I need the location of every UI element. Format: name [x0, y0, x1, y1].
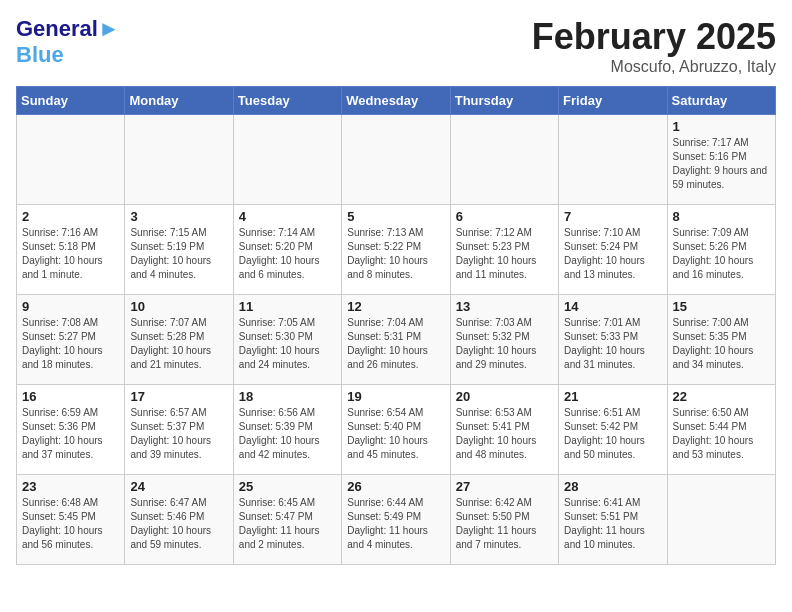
- day-number: 24: [130, 479, 227, 494]
- weekday-header-wednesday: Wednesday: [342, 87, 450, 115]
- calendar-cell: 11Sunrise: 7:05 AM Sunset: 5:30 PM Dayli…: [233, 295, 341, 385]
- day-info: Sunrise: 6:56 AM Sunset: 5:39 PM Dayligh…: [239, 406, 336, 462]
- calendar-cell: [17, 115, 125, 205]
- calendar-cell: 20Sunrise: 6:53 AM Sunset: 5:41 PM Dayli…: [450, 385, 558, 475]
- calendar-cell: 18Sunrise: 6:56 AM Sunset: 5:39 PM Dayli…: [233, 385, 341, 475]
- day-number: 6: [456, 209, 553, 224]
- calendar-cell: 4Sunrise: 7:14 AM Sunset: 5:20 PM Daylig…: [233, 205, 341, 295]
- day-number: 13: [456, 299, 553, 314]
- calendar-cell: 5Sunrise: 7:13 AM Sunset: 5:22 PM Daylig…: [342, 205, 450, 295]
- logo: General► Blue: [16, 16, 120, 68]
- day-number: 16: [22, 389, 119, 404]
- calendar-week-4: 16Sunrise: 6:59 AM Sunset: 5:36 PM Dayli…: [17, 385, 776, 475]
- day-info: Sunrise: 6:54 AM Sunset: 5:40 PM Dayligh…: [347, 406, 444, 462]
- calendar-cell: 21Sunrise: 6:51 AM Sunset: 5:42 PM Dayli…: [559, 385, 667, 475]
- calendar-cell: 24Sunrise: 6:47 AM Sunset: 5:46 PM Dayli…: [125, 475, 233, 565]
- day-info: Sunrise: 6:59 AM Sunset: 5:36 PM Dayligh…: [22, 406, 119, 462]
- calendar-cell: 7Sunrise: 7:10 AM Sunset: 5:24 PM Daylig…: [559, 205, 667, 295]
- day-number: 9: [22, 299, 119, 314]
- day-info: Sunrise: 7:13 AM Sunset: 5:22 PM Dayligh…: [347, 226, 444, 282]
- day-info: Sunrise: 7:14 AM Sunset: 5:20 PM Dayligh…: [239, 226, 336, 282]
- weekday-header-row: SundayMondayTuesdayWednesdayThursdayFrid…: [17, 87, 776, 115]
- day-number: 21: [564, 389, 661, 404]
- calendar-cell: 17Sunrise: 6:57 AM Sunset: 5:37 PM Dayli…: [125, 385, 233, 475]
- calendar-cell: 14Sunrise: 7:01 AM Sunset: 5:33 PM Dayli…: [559, 295, 667, 385]
- day-number: 5: [347, 209, 444, 224]
- calendar-cell: 27Sunrise: 6:42 AM Sunset: 5:50 PM Dayli…: [450, 475, 558, 565]
- weekday-header-saturday: Saturday: [667, 87, 775, 115]
- day-info: Sunrise: 7:04 AM Sunset: 5:31 PM Dayligh…: [347, 316, 444, 372]
- calendar-cell: 22Sunrise: 6:50 AM Sunset: 5:44 PM Dayli…: [667, 385, 775, 475]
- calendar-cell: [559, 115, 667, 205]
- calendar-week-1: 1Sunrise: 7:17 AM Sunset: 5:16 PM Daylig…: [17, 115, 776, 205]
- calendar-week-2: 2Sunrise: 7:16 AM Sunset: 5:18 PM Daylig…: [17, 205, 776, 295]
- calendar-cell: [667, 475, 775, 565]
- calendar-cell: 10Sunrise: 7:07 AM Sunset: 5:28 PM Dayli…: [125, 295, 233, 385]
- month-year-title: February 2025: [532, 16, 776, 58]
- calendar-cell: [125, 115, 233, 205]
- calendar-cell: 25Sunrise: 6:45 AM Sunset: 5:47 PM Dayli…: [233, 475, 341, 565]
- day-info: Sunrise: 7:10 AM Sunset: 5:24 PM Dayligh…: [564, 226, 661, 282]
- day-info: Sunrise: 6:50 AM Sunset: 5:44 PM Dayligh…: [673, 406, 770, 462]
- day-info: Sunrise: 7:00 AM Sunset: 5:35 PM Dayligh…: [673, 316, 770, 372]
- day-info: Sunrise: 7:17 AM Sunset: 5:16 PM Dayligh…: [673, 136, 770, 192]
- day-info: Sunrise: 7:16 AM Sunset: 5:18 PM Dayligh…: [22, 226, 119, 282]
- day-info: Sunrise: 6:41 AM Sunset: 5:51 PM Dayligh…: [564, 496, 661, 552]
- weekday-header-sunday: Sunday: [17, 87, 125, 115]
- calendar-cell: 15Sunrise: 7:00 AM Sunset: 5:35 PM Dayli…: [667, 295, 775, 385]
- day-number: 1: [673, 119, 770, 134]
- day-number: 14: [564, 299, 661, 314]
- calendar-cell: 12Sunrise: 7:04 AM Sunset: 5:31 PM Dayli…: [342, 295, 450, 385]
- weekday-header-monday: Monday: [125, 87, 233, 115]
- weekday-header-tuesday: Tuesday: [233, 87, 341, 115]
- day-info: Sunrise: 6:42 AM Sunset: 5:50 PM Dayligh…: [456, 496, 553, 552]
- calendar-table: SundayMondayTuesdayWednesdayThursdayFrid…: [16, 86, 776, 565]
- calendar-cell: 16Sunrise: 6:59 AM Sunset: 5:36 PM Dayli…: [17, 385, 125, 475]
- calendar-cell: 2Sunrise: 7:16 AM Sunset: 5:18 PM Daylig…: [17, 205, 125, 295]
- day-number: 7: [564, 209, 661, 224]
- calendar-cell: 3Sunrise: 7:15 AM Sunset: 5:19 PM Daylig…: [125, 205, 233, 295]
- day-number: 18: [239, 389, 336, 404]
- day-info: Sunrise: 7:12 AM Sunset: 5:23 PM Dayligh…: [456, 226, 553, 282]
- day-number: 8: [673, 209, 770, 224]
- day-number: 19: [347, 389, 444, 404]
- calendar-cell: 6Sunrise: 7:12 AM Sunset: 5:23 PM Daylig…: [450, 205, 558, 295]
- day-number: 4: [239, 209, 336, 224]
- day-info: Sunrise: 7:01 AM Sunset: 5:33 PM Dayligh…: [564, 316, 661, 372]
- calendar-week-5: 23Sunrise: 6:48 AM Sunset: 5:45 PM Dayli…: [17, 475, 776, 565]
- day-number: 20: [456, 389, 553, 404]
- location-subtitle: Moscufo, Abruzzo, Italy: [532, 58, 776, 76]
- day-number: 11: [239, 299, 336, 314]
- day-info: Sunrise: 7:09 AM Sunset: 5:26 PM Dayligh…: [673, 226, 770, 282]
- day-info: Sunrise: 7:15 AM Sunset: 5:19 PM Dayligh…: [130, 226, 227, 282]
- day-number: 22: [673, 389, 770, 404]
- day-number: 12: [347, 299, 444, 314]
- calendar-cell: 9Sunrise: 7:08 AM Sunset: 5:27 PM Daylig…: [17, 295, 125, 385]
- day-info: Sunrise: 6:47 AM Sunset: 5:46 PM Dayligh…: [130, 496, 227, 552]
- calendar-cell: 28Sunrise: 6:41 AM Sunset: 5:51 PM Dayli…: [559, 475, 667, 565]
- day-info: Sunrise: 6:53 AM Sunset: 5:41 PM Dayligh…: [456, 406, 553, 462]
- calendar-cell: 8Sunrise: 7:09 AM Sunset: 5:26 PM Daylig…: [667, 205, 775, 295]
- day-number: 17: [130, 389, 227, 404]
- calendar-cell: 19Sunrise: 6:54 AM Sunset: 5:40 PM Dayli…: [342, 385, 450, 475]
- calendar-cell: 23Sunrise: 6:48 AM Sunset: 5:45 PM Dayli…: [17, 475, 125, 565]
- calendar-week-3: 9Sunrise: 7:08 AM Sunset: 5:27 PM Daylig…: [17, 295, 776, 385]
- day-number: 28: [564, 479, 661, 494]
- calendar-cell: 13Sunrise: 7:03 AM Sunset: 5:32 PM Dayli…: [450, 295, 558, 385]
- day-info: Sunrise: 6:57 AM Sunset: 5:37 PM Dayligh…: [130, 406, 227, 462]
- day-number: 3: [130, 209, 227, 224]
- day-info: Sunrise: 6:45 AM Sunset: 5:47 PM Dayligh…: [239, 496, 336, 552]
- day-number: 23: [22, 479, 119, 494]
- day-info: Sunrise: 7:07 AM Sunset: 5:28 PM Dayligh…: [130, 316, 227, 372]
- day-number: 10: [130, 299, 227, 314]
- day-info: Sunrise: 6:51 AM Sunset: 5:42 PM Dayligh…: [564, 406, 661, 462]
- day-info: Sunrise: 7:05 AM Sunset: 5:30 PM Dayligh…: [239, 316, 336, 372]
- day-info: Sunrise: 6:44 AM Sunset: 5:49 PM Dayligh…: [347, 496, 444, 552]
- day-number: 27: [456, 479, 553, 494]
- weekday-header-thursday: Thursday: [450, 87, 558, 115]
- day-info: Sunrise: 6:48 AM Sunset: 5:45 PM Dayligh…: [22, 496, 119, 552]
- calendar-cell: [342, 115, 450, 205]
- title-block: February 2025 Moscufo, Abruzzo, Italy: [532, 16, 776, 76]
- page-header: General► Blue February 2025 Moscufo, Abr…: [16, 16, 776, 76]
- weekday-header-friday: Friday: [559, 87, 667, 115]
